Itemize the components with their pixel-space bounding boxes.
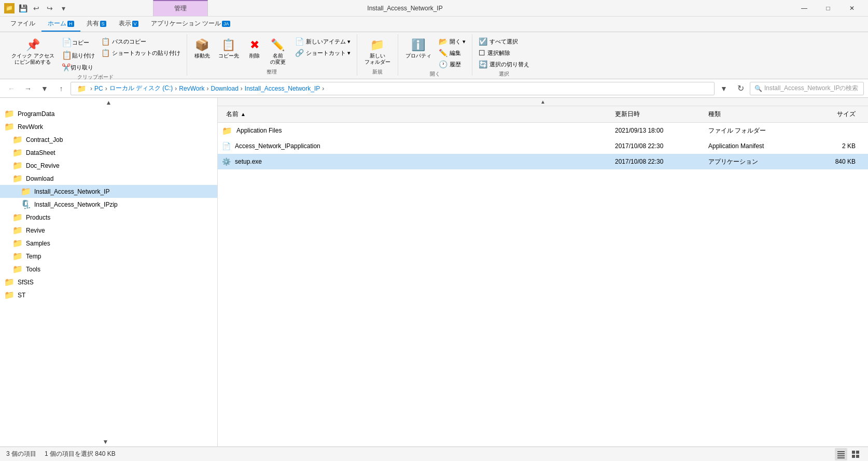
- sidebar-item-revwork[interactable]: 📁 RevWork: [0, 120, 217, 133]
- sidebar-item-products[interactable]: 📁 Products: [0, 211, 217, 224]
- copy-path-button[interactable]: 📋 パスのコピー: [99, 36, 183, 47]
- scroll-up-button[interactable]: ▲: [0, 98, 217, 107]
- tab-app-tools[interactable]: アプリケーション ツール JA: [145, 17, 237, 32]
- open-button[interactable]: 📂 開く ▾: [437, 36, 468, 47]
- breadcrumb-local-disk[interactable]: ローカル ディスク (C:): [109, 84, 173, 93]
- tab-file[interactable]: ファイル: [4, 17, 41, 32]
- column-date[interactable]: 更新日時: [615, 110, 708, 119]
- window-title: Install_Access_Network_IP: [18, 5, 792, 12]
- properties-button[interactable]: ℹ️ プロパティ: [402, 36, 435, 61]
- delete-button[interactable]: ✖ 削除: [244, 36, 265, 61]
- svg-rect-4: [852, 451, 855, 454]
- file-row-application-files[interactable]: 📁 Application Files 2021/09/13 18:00 ファイ…: [218, 123, 868, 138]
- details-view-icon: [837, 450, 845, 458]
- minimize-button[interactable]: —: [792, 0, 816, 17]
- move-to-button[interactable]: 📦 移動先: [191, 36, 213, 61]
- file-size: 2 KB: [812, 142, 864, 150]
- sidebar-item-label: Doc_Revive: [26, 162, 60, 169]
- sidebar-item-install-access[interactable]: 📁 Install_Access_Network_IP: [0, 185, 217, 198]
- maximize-button[interactable]: □: [816, 0, 840, 17]
- invert-selection-icon: 🔄: [479, 60, 487, 68]
- shortcut-label: ショートカット ▾: [306, 49, 351, 57]
- sidebar-item-revive[interactable]: 📁 Revive: [0, 224, 217, 237]
- search-box[interactable]: 🔍 Install_Access_Network_IPの検索: [750, 82, 864, 95]
- organize-label: 整理: [267, 68, 277, 76]
- folder-icon: 📁: [4, 290, 15, 300]
- sidebar-item-tools[interactable]: 📁 Tools: [0, 263, 217, 276]
- sidebar: ▲ 📁 ProgramData 📁 RevWork 📁 Contract_Job…: [0, 98, 218, 446]
- sort-arrow-name: ▲: [241, 111, 246, 117]
- tab-view[interactable]: 表示 V: [113, 17, 145, 32]
- sidebar-item-temp[interactable]: 📁 Temp: [0, 250, 217, 263]
- shortcut-button[interactable]: 🔗 ショートカット ▾: [293, 48, 353, 58]
- tab-home-shortcut: H: [67, 21, 74, 27]
- sidebar-item-label: Install_Access_Network_IP: [34, 188, 109, 195]
- management-tab[interactable]: 管理: [153, 0, 208, 16]
- new-folder-button[interactable]: 📁 新しいフォルダー: [361, 36, 394, 67]
- breadcrumb-dropdown[interactable]: ▼: [717, 81, 731, 96]
- new-folder-icon: 📁: [370, 38, 384, 52]
- sidebar-item-sfsts[interactable]: 📁 SfStS: [0, 276, 217, 289]
- close-button[interactable]: ✕: [840, 0, 864, 17]
- delete-icon: ✖: [250, 38, 259, 52]
- new-item-button[interactable]: 📄 新しいアイテム ▾: [293, 36, 353, 47]
- up-button[interactable]: ↑: [54, 81, 68, 96]
- tab-share[interactable]: 共有 S: [80, 17, 113, 32]
- status-bar: 3 個の項目 1 個の項目を選択 840 KB: [0, 446, 868, 461]
- folder-icon: 📁: [12, 225, 23, 235]
- paste-shortcut-button[interactable]: 📋 ショートカットの貼り付け: [99, 48, 183, 58]
- file-row-setup-exe[interactable]: ⚙️ setup.exe 2017/10/08 22:30 アプリケーション 8…: [218, 154, 868, 169]
- file-name: setup.exe: [235, 158, 615, 165]
- refresh-button[interactable]: ↻: [733, 81, 748, 96]
- sidebar-item-contract-job[interactable]: 📁 Contract_Job: [0, 133, 217, 146]
- breadcrumb-revwork[interactable]: RevWork: [179, 85, 204, 92]
- svg-rect-1: [837, 453, 845, 454]
- address-bar: ← → ▼ ↑ 📁 › PC › ローカル ディスク (C:) › RevWor…: [0, 79, 868, 98]
- recent-locations-button[interactable]: ▼: [37, 81, 52, 96]
- column-type[interactable]: 種類: [708, 110, 812, 119]
- manifest-icon: 📄: [222, 142, 231, 150]
- scroll-down-button[interactable]: ▼: [0, 437, 211, 446]
- shortcut-icon: 🔗: [295, 49, 304, 57]
- history-button[interactable]: 🕐 履歴: [437, 59, 468, 69]
- sidebar-item-datasheet[interactable]: 📁 DataSheet: [0, 146, 217, 159]
- forward-button[interactable]: →: [21, 81, 35, 96]
- copy-to-label: コピー先: [218, 53, 239, 59]
- new-group-content: 📁 新しいフォルダー: [361, 36, 394, 67]
- select-all-button[interactable]: ☑️ すべて選択: [477, 36, 531, 47]
- file-row-access-network-manifest[interactable]: 📄 Access_Network_IPapplication 2017/10/0…: [218, 138, 868, 154]
- breadcrumb[interactable]: 📁 › PC › ローカル ディスク (C:) › RevWork › Down…: [71, 82, 715, 95]
- sidebar-item-download[interactable]: 📁 Download: [0, 172, 217, 185]
- breadcrumb-current[interactable]: Install_Access_Network_IP: [245, 85, 320, 92]
- sidebar-item-doc-revive[interactable]: 📁 Doc_Revive: [0, 159, 217, 172]
- invert-selection-button[interactable]: 🔄 選択の切り替え: [477, 59, 531, 69]
- zip-icon: 🗜️: [21, 199, 31, 209]
- column-name[interactable]: 名前 ▲: [222, 110, 615, 119]
- select-group: ☑️ すべて選択 ☐ 選択解除 🔄 選択の切り替え 選択: [472, 34, 536, 76]
- sidebar-item-programdata[interactable]: 📁 ProgramData: [0, 107, 217, 120]
- copy-paste-group: 📄 コピー 📋 貼り付け ✂️ 切り取り: [60, 36, 97, 73]
- breadcrumb-download[interactable]: Download: [211, 85, 238, 92]
- tab-home[interactable]: ホーム H: [41, 17, 80, 32]
- edit-button[interactable]: ✏️ 編集: [437, 48, 468, 58]
- sidebar-item-st[interactable]: 📁 ST: [0, 289, 217, 301]
- sidebar-item-label: Temp: [26, 253, 41, 260]
- sidebar-item-samples[interactable]: 📁 Samples: [0, 237, 217, 250]
- details-view-button[interactable]: [835, 448, 847, 460]
- copy-to-button[interactable]: 📋 コピー先: [215, 36, 242, 61]
- properties-label: プロパティ: [405, 53, 431, 59]
- paste-button[interactable]: 📋 貼り付け: [60, 49, 97, 61]
- view-buttons: [835, 448, 862, 460]
- ribbon-tabs: ファイル ホーム H 共有 S 表示 V アプリケーション ツール JA: [0, 17, 868, 32]
- copy-button[interactable]: 📄 コピー: [60, 36, 97, 48]
- select-none-button[interactable]: ☐ 選択解除: [477, 48, 531, 58]
- sidebar-item-install-access-zip[interactable]: 🗜️ Install_Access_Network_IPzip: [0, 198, 217, 211]
- column-size[interactable]: サイズ: [812, 110, 864, 119]
- rename-button[interactable]: ✏️ 名前の変更: [267, 36, 289, 67]
- folder-icon: 📁: [12, 212, 23, 222]
- sidebar-item-label: DataSheet: [26, 149, 55, 156]
- cut-button[interactable]: ✂️ 切り取り: [60, 62, 97, 73]
- pin-quick-access-button[interactable]: 📌 クイック アクセスにピン留めする: [8, 36, 58, 67]
- breadcrumb-pc[interactable]: PC: [94, 85, 103, 92]
- large-icons-view-button[interactable]: [849, 448, 862, 460]
